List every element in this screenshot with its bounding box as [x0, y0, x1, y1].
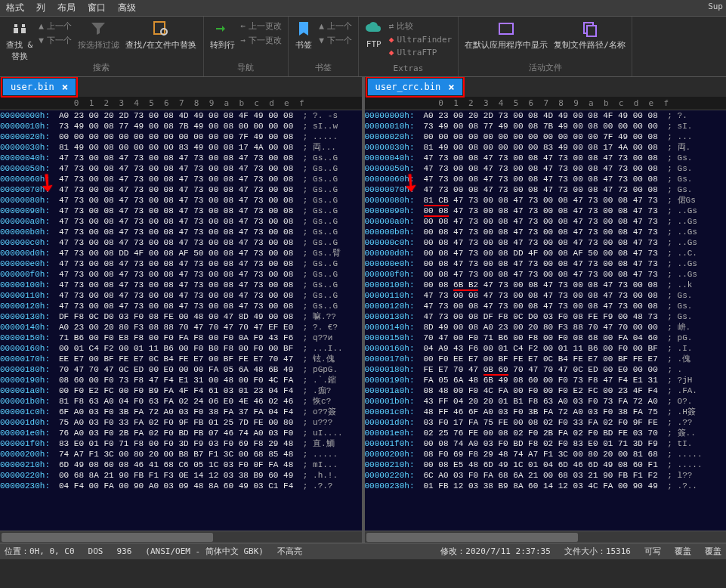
status-encoding[interactable]: (ANSI/OEM - 简体中文 GBK)	[145, 546, 264, 557]
hex-row[interactable]: 00000190h: FA 05 6A 48 6B 49 08 60 00 F0…	[365, 375, 727, 385]
status-codepage[interactable]: 936	[116, 546, 131, 556]
hex-row[interactable]: 00000200h: 08 F0 69 F8 29 48 74 A7 F1 3C…	[365, 449, 727, 460]
hex-row[interactable]: 00000020h: 00 00 00 00 00 00 00 00 00 00…	[365, 132, 727, 142]
hex-row[interactable]: 000001f0h: 83 E0 01 F0 71 F8 00 F0 3D F9…	[0, 438, 362, 449]
bookmark-next-button[interactable]: ▼下一个	[319, 34, 352, 47]
status-ovr1[interactable]: 覆盖	[675, 546, 691, 557]
hex-row[interactable]: 00000100h: 00 08 6B B2 47 73 00 08 47 73…	[365, 280, 727, 290]
hex-row[interactable]: 000000b0h: 00 08 47 73 00 08 47 73 00 08…	[365, 227, 727, 237]
hex-row[interactable]: 00000230h: 01 FB 12 03 38 B9 8A 60 14 12…	[365, 481, 727, 491]
hex-row[interactable]: 000001c0h: 48 FF 46 6F A0 03 F0 3B FA 72…	[365, 407, 727, 417]
hex-row[interactable]: 000001d0h: 75 A0 03 F0 33 FA 02 F0 9F FB…	[0, 417, 362, 428]
hex-row[interactable]: 00000010h: 73 49 00 08 77 49 00 08 7B 49…	[0, 121, 362, 132]
hex-row[interactable]: 00000150h: 71 B6 00 F0 E8 F8 00 F0 FA F8…	[0, 333, 362, 343]
menu-advanced[interactable]: 高级	[118, 2, 136, 14]
hex-row[interactable]: 000000e0h: 47 73 00 08 47 73 00 08 47 73…	[0, 258, 362, 269]
hex-row[interactable]: 000000f0h: 00 08 47 73 00 08 47 73 00 08…	[365, 269, 727, 280]
filter-by-selection-button[interactable]: 按选择过滤	[78, 20, 119, 51]
hex-row[interactable]: 00000210h: 6D 49 08 60 08 46 41 68 C6 05…	[0, 460, 362, 470]
hex-row[interactable]: 00000050h: 47 73 00 08 47 73 00 08 47 73…	[365, 163, 727, 174]
hex-row[interactable]: 00000180h: FE E7 70 47 0B 69 70 47 70 47…	[365, 364, 727, 375]
tab-user-bin[interactable]: user.bin ×	[3, 79, 76, 95]
hex-row[interactable]: 00000060h: 47 73 00 08 47 73 00 08 47 73…	[0, 174, 362, 184]
ultraftp-button[interactable]: ◆UltraFTP	[389, 47, 452, 58]
hex-row[interactable]: 000000c0h: 00 08 47 73 00 08 47 73 00 08…	[365, 237, 727, 248]
bookmark-prev-button[interactable]: ▲上一个	[319, 20, 352, 32]
tab-user-crc-bin[interactable]: user_crc.bin ×	[368, 79, 462, 95]
hex-row[interactable]: 00000220h: 00 68 8A 21 90 FB F1 F3 0E 14…	[0, 470, 362, 481]
status-lineend[interactable]: DOS	[88, 546, 103, 556]
find-next-button[interactable]: ▼下一个	[39, 34, 72, 47]
hex-row[interactable]: 00000000h: A0 23 00 20 2D 73 00 08 4D 49…	[0, 110, 362, 121]
hex-row[interactable]: 00000080h: 47 73 00 08 47 73 00 08 47 73…	[0, 195, 362, 206]
hex-row[interactable]: 000001b0h: 81 F8 63 A0 04 F0 63 FA 02 24…	[0, 396, 362, 407]
hex-row[interactable]: 00000180h: 70 47 70 47 0C ED 00 E0 00 00…	[0, 364, 362, 375]
close-icon[interactable]: ×	[448, 81, 454, 93]
hex-row[interactable]: 00000120h: 47 73 00 08 47 73 00 08 47 73…	[0, 301, 362, 311]
right-hscroll[interactable]	[365, 531, 727, 543]
bookmark-button[interactable]: 书签	[295, 20, 313, 51]
hex-row[interactable]: 00000170h: EE E7 00 BF FE E7 0C B4 FE E7…	[0, 354, 362, 364]
hex-row[interactable]: 000000e0h: 00 08 47 73 00 08 47 73 00 08…	[365, 258, 727, 269]
ftp-button[interactable]: FTP	[365, 20, 383, 49]
hex-row[interactable]: 00000210h: 00 08 E5 48 6D 49 1C 01 04 6D…	[365, 460, 727, 470]
close-icon[interactable]: ×	[62, 81, 68, 93]
hex-row[interactable]: 00000160h: 04 A9 43 F6 00 01 C4 F2 00 01…	[365, 343, 727, 354]
hex-row[interactable]: 000000b0h: 47 73 00 08 47 73 00 08 47 73…	[0, 227, 362, 237]
hex-row[interactable]: 00000000h: A0 23 00 20 2D 73 00 08 4D 49…	[365, 110, 727, 121]
hex-row[interactable]: 000001e0h: 02 25 76 FE 00 08 02 F0 2B FA…	[365, 428, 727, 438]
hex-row[interactable]: 00000140h: A0 23 00 20 80 F3 08 88 70 47…	[0, 322, 362, 333]
menu-layout[interactable]: 布局	[57, 2, 76, 14]
hex-row[interactable]: 00000060h: 47 73 00 08 47 73 00 08 47 73…	[365, 174, 727, 184]
status-highlight[interactable]: 不高亮	[277, 546, 302, 557]
hex-row[interactable]: 00000070h: 47 73 00 08 47 73 00 08 47 73…	[0, 184, 362, 195]
hex-row[interactable]: 00000190h: 08 60 00 F0 73 F8 47 F4 E1 31…	[0, 375, 362, 385]
hex-row[interactable]: 000000a0h: 00 08 47 73 00 08 47 73 00 08…	[365, 216, 727, 227]
ultrafinder-button[interactable]: ◆UltraFinder	[389, 34, 452, 45]
hex-row[interactable]: 00000100h: 47 73 00 08 47 73 00 08 47 73…	[0, 280, 362, 290]
menu-format[interactable]: 格式	[6, 2, 24, 14]
hex-row[interactable]: 00000160h: 00 01 C4 F2 00 01 11 B6 00 F0…	[0, 343, 362, 354]
hex-row[interactable]: 000000f0h: 47 73 00 08 47 73 00 08 47 73…	[0, 269, 362, 280]
hex-row[interactable]: 00000090h: 47 73 00 08 47 73 00 08 47 73…	[0, 206, 362, 216]
hex-row[interactable]: 00000110h: 47 73 00 08 47 73 00 08 47 73…	[365, 290, 727, 301]
right-hex-view[interactable]: ➘ 00000000h: A0 23 00 20 2D 73 00 08 4D …	[365, 110, 727, 531]
left-hscroll[interactable]	[0, 531, 365, 543]
next-change-button[interactable]: →下一更改	[241, 34, 283, 47]
hex-row[interactable]: 00000110h: 47 73 00 08 47 73 00 08 47 73…	[0, 290, 362, 301]
hex-row[interactable]: 00000220h: 6C A0 03 F0 FA 68 6A 21 00 68…	[365, 470, 727, 481]
hex-row[interactable]: 000001f0h: 00 08 74 A0 03 F0 BD F8 02 F0…	[365, 438, 727, 449]
hex-row[interactable]: 00000140h: 8D 49 00 08 A0 23 00 20 80 F3…	[365, 322, 727, 333]
hex-row[interactable]: 000001d0h: 03 F0 17 FA 75 FE 00 08 02 F0…	[365, 417, 727, 428]
scrollbar-thumb[interactable]	[2, 533, 213, 542]
hex-row[interactable]: 00000040h: 47 73 00 08 47 73 00 08 47 73…	[365, 153, 727, 163]
hex-row[interactable]: 00000120h: 47 73 00 08 47 73 00 08 47 73…	[365, 301, 727, 311]
prev-change-button[interactable]: ←上一更改	[241, 20, 283, 32]
goto-line-button[interactable]: 转到行	[210, 20, 235, 51]
hex-row[interactable]: 00000230h: 04 F4 00 FA 00 90 A0 03 09 48…	[0, 481, 362, 491]
hex-row[interactable]: 00000020h: 00 00 00 00 00 00 00 00 00 00…	[0, 132, 362, 142]
hex-row[interactable]: 00000130h: 47 73 00 08 DF F8 0C D0 03 F0…	[365, 311, 727, 322]
open-default-button[interactable]: 在默认应用程序中显示	[465, 20, 548, 51]
hex-row[interactable]: 000000d0h: 47 73 00 08 DD 4F 00 08 AF 50…	[0, 248, 362, 258]
hex-row[interactable]: 00000170h: 00 F0 EE E7 00 BF FE E7 0C B4…	[365, 354, 727, 364]
left-hex-view[interactable]: ➘ 00000000h: A0 23 00 20 2D 73 00 08 4D …	[0, 110, 362, 531]
compare-button[interactable]: ⇄比较	[389, 20, 452, 32]
hex-row[interactable]: 00000150h: 70 47 00 F0 71 B6 00 F8 00 F0…	[365, 333, 727, 343]
menu-column[interactable]: 列	[36, 2, 45, 14]
find-prev-button[interactable]: ▲上一个	[39, 20, 72, 32]
hex-row[interactable]: 00000200h: 74 A7 F1 3C 00 80 20 00 B8 B7…	[0, 449, 362, 460]
hex-row[interactable]: 000001b0h: 43 FF 04 20 20 01 B1 F8 63 A0…	[365, 396, 727, 407]
hex-row[interactable]: 000000a0h: 47 73 00 08 47 73 00 08 47 73…	[0, 216, 362, 227]
hex-row[interactable]: 000000c0h: 47 73 00 08 47 73 00 08 47 73…	[0, 237, 362, 248]
hex-row[interactable]: 00000050h: 47 73 00 08 47 73 00 08 47 73…	[0, 163, 362, 174]
hex-row[interactable]: 00000040h: 47 73 00 08 47 73 00 08 47 73…	[0, 153, 362, 163]
hex-row[interactable]: 00000130h: DF F8 0C D0 03 F0 08 FE 00 48…	[0, 311, 362, 322]
status-ovr2[interactable]: 覆盖	[705, 546, 721, 557]
hex-row[interactable]: 00000080h: 81 CB 47 73 00 08 47 73 00 08…	[365, 195, 727, 206]
hex-row[interactable]: 000001a0h: 00 F0 E2 FC 00 F0 B9 FA 4F F4…	[0, 385, 362, 396]
scrollbar-thumb[interactable]	[366, 533, 578, 542]
hex-row[interactable]: 00000030h: 81 49 00 08 00 00 00 00 83 49…	[0, 142, 362, 153]
copy-path-button[interactable]: 复制文件路径/名称	[554, 20, 626, 51]
find-replace-button[interactable]: 查找 & 替换	[6, 20, 32, 62]
